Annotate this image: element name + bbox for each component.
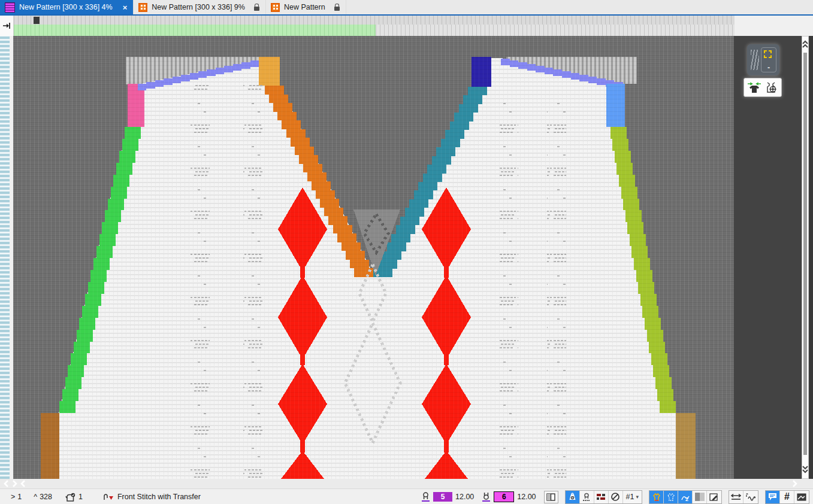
- weight-tool-button[interactable]: [566, 491, 580, 503]
- front-stitch-icon: [103, 493, 115, 501]
- shading-swatch-button[interactable]: [693, 491, 707, 503]
- stitch-mode-indicator: Front Stitch with Transfer: [103, 493, 201, 501]
- scrollbar-thumb[interactable]: [803, 53, 807, 455]
- ruler-row: [0, 16, 813, 36]
- display-group: #: [765, 490, 809, 504]
- selection-panel: -: [761, 47, 776, 72]
- column-ruler[interactable]: [14, 16, 735, 36]
- yarn-carrier-select[interactable]: #1 ▾: [623, 491, 642, 503]
- yarn-coil-icon: [745, 493, 756, 501]
- selection-tool-panel[interactable]: -: [747, 44, 779, 75]
- ruler-ticks-bottom: [14, 25, 735, 36]
- chevron-down-icon: ▾: [636, 494, 639, 500]
- scroll-right-icon[interactable]: [12, 480, 17, 487]
- horizontal-scrollbar[interactable]: [0, 479, 813, 488]
- width-tools-group: [729, 490, 758, 504]
- edit-grid-icon: [709, 493, 719, 502]
- scroll-left-icon[interactable]: [20, 480, 26, 487]
- module-blocks-icon: [596, 493, 606, 501]
- carriage-indicator: 1: [65, 493, 83, 502]
- knit-design-app: New Pattern [300 x 336] 4% × New Pattern…: [0, 0, 813, 504]
- yarn-path-number: 2: [685, 496, 688, 502]
- garment-position-icon[interactable]: [764, 81, 778, 93]
- double-chevron-down-icon: [802, 465, 808, 473]
- selection-dashed-square-icon[interactable]: [764, 50, 772, 58]
- tab-label: New Pattern [300 x 336] 4%: [19, 3, 113, 11]
- tab-pattern-4pct[interactable]: New Pattern [300 x 336] 4% ×: [0, 0, 134, 14]
- gauge-front-value[interactable]: 5: [433, 492, 452, 502]
- tab-pattern-plain[interactable]: New Pattern: [266, 0, 346, 14]
- yarn-path-icon: 2: [681, 493, 690, 502]
- view-mode-group: 2: [649, 490, 722, 504]
- arrow-to-bar-icon: [2, 22, 11, 29]
- garment-compare-icon[interactable]: [747, 81, 761, 93]
- canvas-side-area: -: [734, 36, 801, 479]
- ruler-cursor-marker: [34, 17, 40, 24]
- needle-from-indicator: > 1: [11, 493, 22, 501]
- tab-label: New Pattern: [284, 3, 325, 11]
- horizontal-arrows-icon: [731, 493, 741, 500]
- garment-tools-toolbar: [744, 78, 782, 97]
- knit-grid-overlay: [13, 36, 734, 479]
- scroll-right-icon[interactable]: [792, 480, 797, 487]
- garment-view-button[interactable]: [649, 491, 664, 503]
- pattern-canvas[interactable]: [13, 36, 734, 479]
- image-icon: [797, 493, 806, 501]
- comments-button[interactable]: [766, 491, 780, 503]
- stitch-stamp-button[interactable]: [580, 491, 594, 503]
- weight-icon: [568, 493, 577, 501]
- double-chevron-up-icon: [802, 40, 808, 48]
- stitch-stamp-icon: [582, 493, 591, 502]
- image-view-button[interactable]: [794, 491, 809, 503]
- row-count-indicator: ^ 328: [34, 493, 52, 501]
- vertical-scrollbar[interactable]: [801, 36, 813, 479]
- ruler-corner-button[interactable]: [0, 16, 14, 36]
- gauge-back-spacing: 12.00: [517, 493, 536, 501]
- tab-label: New Pattern [300 x 336] 9%: [152, 3, 245, 11]
- tool-mode-group: #1 ▾: [565, 490, 642, 504]
- tshirt-icon: [652, 493, 661, 502]
- lock-icon: [334, 7, 340, 11]
- tshirt-dotted-icon: [666, 493, 676, 502]
- yarn-path-button[interactable]: 2: [678, 491, 693, 503]
- panel-layout-icon: [546, 493, 555, 501]
- pattern-thumbnail-icon: [271, 3, 280, 12]
- canvas-row: -: [0, 36, 813, 479]
- module-blocks-button[interactable]: [594, 491, 609, 503]
- scroll-left-icon[interactable]: [4, 480, 9, 487]
- knit-pattern: [13, 36, 734, 479]
- pattern-thumbnail-icon: [5, 2, 15, 13]
- ruler-selected-range: [14, 25, 376, 36]
- ruler-ticks-top: [14, 16, 735, 25]
- stitch-width-button[interactable]: [729, 491, 744, 503]
- gradient-swatch-icon: [695, 493, 705, 501]
- close-tab-icon[interactable]: ×: [123, 3, 128, 12]
- gauge-front-spacing: 12.00: [455, 493, 474, 501]
- tab-pattern-9pct[interactable]: New Pattern [300 x 336] 9%: [134, 0, 266, 14]
- hash-grid-icon: #: [784, 491, 790, 502]
- lock-icon: [254, 7, 259, 11]
- row-ruler[interactable]: [0, 36, 10, 479]
- status-bar: > 1 ^ 328 1 Fron: [0, 488, 813, 504]
- minimize-button[interactable]: -: [761, 65, 776, 71]
- glove-check-icon: [65, 493, 76, 502]
- pattern-thumbnail-icon: [138, 3, 147, 12]
- scroll-down-button[interactable]: [802, 462, 809, 476]
- no-tool-button[interactable]: [609, 491, 623, 503]
- speech-bubble-icon: [768, 493, 777, 501]
- panel-layout-button[interactable]: [544, 491, 558, 503]
- gauge-back-value[interactable]: 6: [494, 491, 514, 502]
- garment-ghost-button[interactable]: [664, 491, 678, 503]
- pattern-edit-button[interactable]: [707, 491, 721, 503]
- back-needle-gauge-icon: [482, 491, 491, 502]
- tab-bar: New Pattern [300 x 336] 4% × New Pattern…: [0, 0, 813, 16]
- elastic-yarn-button[interactable]: [744, 491, 758, 503]
- drag-handle-icon[interactable]: [751, 50, 759, 70]
- scroll-up-button[interactable]: [802, 37, 809, 51]
- prohibited-icon: [610, 492, 620, 502]
- front-needle-gauge-icon: [421, 491, 430, 502]
- grid-toggle-button[interactable]: #: [780, 491, 794, 503]
